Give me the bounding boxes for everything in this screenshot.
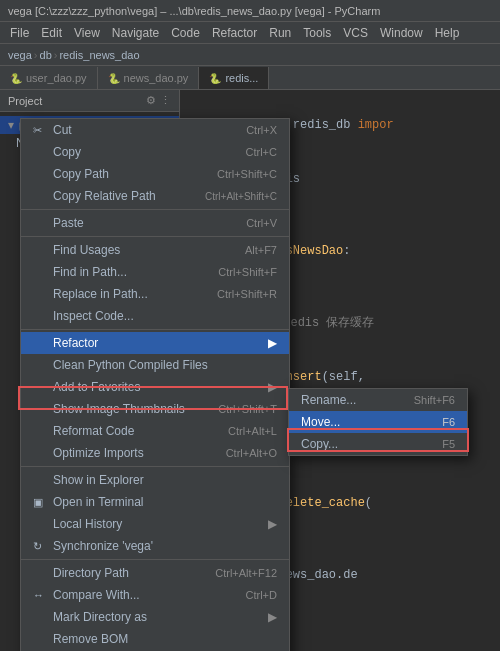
terminal-icon: ▣ — [33, 496, 47, 509]
menu-tools[interactable]: Tools — [297, 24, 337, 42]
ctx-remove-bom[interactable]: Remove BOM — [21, 628, 289, 650]
tab-redis[interactable]: 🐍 redis... — [199, 67, 269, 89]
sub-copy[interactable]: Copy... F5 — [289, 433, 467, 455]
ctx-remove-bom-label: Remove BOM — [53, 632, 128, 646]
sub-rename[interactable]: Rename... Shift+F6 — [289, 389, 467, 411]
ctx-open-terminal-label: Open in Terminal — [53, 495, 144, 509]
ctx-find-path-shortcut: Ctrl+Shift+F — [218, 266, 277, 278]
menu-bar: File Edit View Navigate Code Refactor Ru… — [0, 22, 500, 44]
ctx-sep4 — [21, 466, 289, 467]
ctx-dir-path-label: Directory Path — [53, 566, 129, 580]
ctx-refactor-label: Refactor — [53, 336, 98, 350]
ctx-inspect[interactable]: Inspect Code... — [21, 305, 289, 327]
ctx-copy[interactable]: Copy Ctrl+C — [21, 141, 289, 163]
tab-redis-label: redis... — [225, 72, 258, 84]
compare-icon: ↔ — [33, 589, 47, 601]
ctx-copy-path-label: Copy Path — [53, 167, 109, 181]
ctx-inspect-label: Inspect Code... — [53, 309, 134, 323]
ctx-replace-path[interactable]: Replace in Path... Ctrl+Shift+R — [21, 283, 289, 305]
tab-news-dao-label: news_dao.py — [124, 72, 189, 84]
tab-news-dao[interactable]: 🐍 news_dao.py — [98, 67, 200, 89]
sidebar-header: Project ⚙ ⋮ — [0, 90, 179, 112]
ctx-copy-shortcut: Ctrl+C — [246, 146, 277, 158]
ctx-thumbnails[interactable]: Show Image Thumbnails Ctrl+Shift+T — [21, 398, 289, 420]
ctx-paste[interactable]: Paste Ctrl+V — [21, 212, 289, 234]
ctx-compare-label: Compare With... — [53, 588, 140, 602]
refactor-arrow-icon: ▶ — [268, 336, 277, 350]
ctx-show-explorer-label: Show in Explorer — [53, 473, 144, 487]
tab-user-dao-label: user_dao.py — [26, 72, 87, 84]
ctx-add-favorites[interactable]: Add to Favorites ▶ — [21, 376, 289, 398]
ctx-sep1 — [21, 209, 289, 210]
ctx-optimize[interactable]: Optimize Imports Ctrl+Alt+O — [21, 442, 289, 464]
sidebar-title: Project — [8, 95, 42, 107]
ctx-dir-path[interactable]: Directory Path Ctrl+Alt+F12 — [21, 562, 289, 584]
menu-edit[interactable]: Edit — [35, 24, 68, 42]
ctx-copy-relative[interactable]: Copy Relative Path Ctrl+Alt+Shift+C — [21, 185, 289, 207]
cut-icon: ✂ — [33, 124, 47, 137]
ctx-reformat-label: Reformat Code — [53, 424, 134, 438]
ctx-compare-shortcut: Ctrl+D — [246, 589, 277, 601]
settings-icon[interactable]: ⚙ — [146, 94, 156, 107]
menu-window[interactable]: Window — [374, 24, 429, 42]
tab-user-dao[interactable]: 🐍 user_dao.py — [0, 67, 98, 89]
ctx-cut-label: Cut — [53, 123, 72, 137]
ctx-reformat-shortcut: Ctrl+Alt+L — [228, 425, 277, 437]
sub-copy-label: Copy... — [301, 437, 338, 451]
breadcrumb-vega[interactable]: vega — [8, 49, 32, 61]
sub-move[interactable]: Move... F6 — [289, 411, 467, 433]
ctx-mark-dir-label: Mark Directory as — [53, 610, 147, 624]
title-bar: vega [C:\zzz\zzz_python\vega] – ...\db\r… — [0, 0, 500, 22]
breadcrumb-file[interactable]: redis_news_dao — [59, 49, 139, 61]
refactor-submenu: Rename... Shift+F6 Move... F6 Copy... F5 — [288, 388, 468, 456]
ctx-copy-path-shortcut: Ctrl+Shift+C — [217, 168, 277, 180]
breadcrumb: vega › db › redis_news_dao — [0, 44, 500, 66]
ctx-show-explorer[interactable]: Show in Explorer — [21, 469, 289, 491]
ctx-replace-path-label: Replace in Path... — [53, 287, 148, 301]
ctx-optimize-shortcut: Ctrl+Alt+O — [226, 447, 277, 459]
ctx-synchronize[interactable]: ↻ Synchronize 'vega' — [21, 535, 289, 557]
menu-run[interactable]: Run — [263, 24, 297, 42]
ctx-mark-dir[interactable]: Mark Directory as ▶ — [21, 606, 289, 628]
menu-help[interactable]: Help — [429, 24, 466, 42]
gear-icon[interactable]: ⋮ — [160, 94, 171, 107]
mark-dir-arrow-icon: ▶ — [268, 610, 277, 624]
ctx-open-terminal[interactable]: ▣ Open in Terminal — [21, 491, 289, 513]
history-arrow-icon: ▶ — [268, 517, 277, 531]
menu-file[interactable]: File — [4, 24, 35, 42]
ctx-sep5 — [21, 559, 289, 560]
ctx-dir-path-shortcut: Ctrl+Alt+F12 — [215, 567, 277, 579]
breadcrumb-db[interactable]: db — [40, 49, 52, 61]
ctx-copy-path[interactable]: Copy Path Ctrl+Shift+C — [21, 163, 289, 185]
ctx-optimize-label: Optimize Imports — [53, 446, 144, 460]
ctx-compare[interactable]: ↔ Compare With... Ctrl+D — [21, 584, 289, 606]
favorites-arrow-icon: ▶ — [268, 380, 277, 394]
ctx-clean-compiled[interactable]: Clean Python Compiled Files — [21, 354, 289, 376]
menu-code[interactable]: Code — [165, 24, 206, 42]
ctx-paste-shortcut: Ctrl+V — [246, 217, 277, 229]
ctx-cut[interactable]: ✂ Cut Ctrl+X — [21, 119, 289, 141]
ctx-find-usages[interactable]: Find Usages Alt+F7 — [21, 239, 289, 261]
ctx-find-usages-label: Find Usages — [53, 243, 120, 257]
menu-refactor[interactable]: Refactor — [206, 24, 263, 42]
ctx-thumbnails-label: Show Image Thumbnails — [53, 402, 185, 416]
ctx-local-history-label: Local History — [53, 517, 122, 531]
sub-rename-shortcut: Shift+F6 — [414, 394, 455, 406]
ctx-sep3 — [21, 329, 289, 330]
ctx-replace-path-shortcut: Ctrl+Shift+R — [217, 288, 277, 300]
ctx-paste-label: Paste — [53, 216, 84, 230]
ctx-find-path[interactable]: Find in Path... Ctrl+Shift+F — [21, 261, 289, 283]
ctx-local-history[interactable]: Local History ▶ — [21, 513, 289, 535]
ctx-find-usages-shortcut: Alt+F7 — [245, 244, 277, 256]
menu-view[interactable]: View — [68, 24, 106, 42]
menu-vcs[interactable]: VCS — [337, 24, 374, 42]
ctx-reformat[interactable]: Reformat Code Ctrl+Alt+L — [21, 420, 289, 442]
title-text: vega [C:\zzz\zzz_python\vega] – ...\db\r… — [8, 5, 380, 17]
menu-navigate[interactable]: Navigate — [106, 24, 165, 42]
ctx-copy-label: Copy — [53, 145, 81, 159]
ctx-add-favorites-label: Add to Favorites — [53, 380, 140, 394]
ctx-refactor[interactable]: Refactor ▶ — [21, 332, 289, 354]
ctx-find-path-label: Find in Path... — [53, 265, 127, 279]
ctx-sep2 — [21, 236, 289, 237]
sub-move-label: Move... — [301, 415, 340, 429]
